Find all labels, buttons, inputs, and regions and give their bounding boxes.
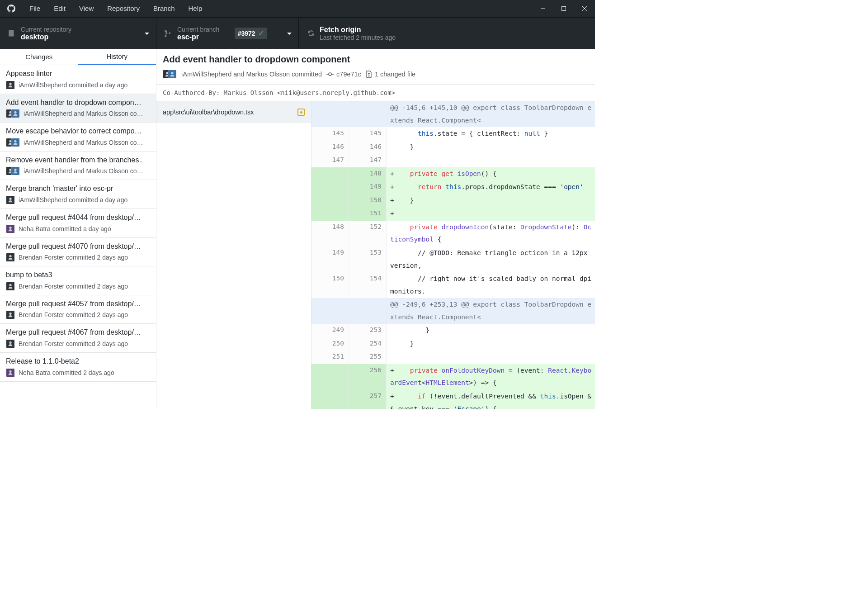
commit-item-meta: iAmWillShepherd and Markus Olsson co… — [24, 139, 143, 146]
commit-item-meta: iAmWillShepherd and Markus Olsson co… — [24, 167, 143, 175]
commit-item-title: Move escape behavior to correct compo… — [6, 126, 150, 136]
commit-byline: iAmWillShepherd and Markus Olsson commit… — [181, 71, 322, 78]
pr-status-badge: #3972 ✓ — [235, 28, 267, 39]
avatar — [11, 166, 20, 175]
commit-item-title: Remove event handler from the branches.. — [6, 155, 150, 165]
branch-name: esc-pr — [177, 33, 219, 41]
file-diff-icon — [366, 71, 372, 78]
chevron-down-icon — [287, 30, 292, 37]
file-status-modified-icon — [297, 109, 305, 116]
diff-view[interactable]: @@ -145,6 +145,10 @@ export class Toolba… — [311, 101, 595, 409]
commit-item-meta: Neha Batra committed 2 days ago — [19, 369, 114, 376]
commit-item-title: Appease linter — [6, 69, 150, 79]
menu-edit[interactable]: Edit — [47, 0, 72, 17]
avatar-stack — [6, 224, 15, 233]
branch-dropdown[interactable]: Current branch esc-pr #3972 ✓ — [156, 18, 299, 49]
commit-item-title: Merge pull request #4057 from desktop/… — [6, 299, 150, 309]
commit-item[interactable]: Release to 1.1.0-beta2Neha Batra committ… — [0, 353, 156, 382]
commit-item[interactable]: Move escape behavior to correct compo…iA… — [0, 123, 156, 152]
window-maximize-button[interactable] — [553, 2, 574, 15]
tab-history[interactable]: History — [78, 49, 156, 65]
avatar-stack — [6, 195, 15, 204]
svg-rect-1 — [562, 7, 566, 11]
changed-files-list: app\src\ui\toolbar\dropdown.tsx — [156, 101, 311, 409]
commit-item-title: Merge pull request #4067 from desktop/… — [6, 327, 150, 337]
diff-line: 148+ private get isOpen() { — [311, 167, 595, 181]
diff-line: 150+ } — [311, 194, 595, 208]
diff-line: 250254 } — [311, 337, 595, 351]
commit-item[interactable]: Merge branch 'master' into esc-priAmWill… — [0, 180, 156, 209]
avatar-stack — [6, 310, 15, 319]
diff-line: 148152 private dropdownIcon(state: Dropd… — [311, 221, 595, 246]
diff-line: 149+ return this.props.dropdownState ===… — [311, 180, 595, 194]
repo-name: desktop — [21, 33, 71, 41]
diff-line: 145145 this.state = { clientRect: null } — [311, 127, 595, 141]
commit-item-meta: iAmWillShepherd committed a day ago — [19, 196, 127, 204]
commit-item-meta: Brendan Forster committed 2 days ago — [19, 283, 128, 290]
tab-changes[interactable]: Changes — [0, 49, 78, 65]
git-branch-icon — [163, 29, 174, 38]
diff-line: 256+ private onFoldoutKeyDown = (event: … — [311, 364, 595, 390]
menu-repository[interactable]: Repository — [100, 0, 146, 17]
commit-item-title: Merge branch 'master' into esc-pr — [6, 184, 150, 194]
commit-item-meta: Neha Batra committed a day ago — [19, 225, 111, 232]
commit-item[interactable]: Merge pull request #4057 from desktop/…B… — [0, 295, 156, 324]
diff-line: 257+ if (!event.defaultPrevented && this… — [311, 390, 595, 409]
commit-item[interactable]: Merge pull request #4070 from desktop/…B… — [0, 238, 156, 267]
commit-item[interactable]: bump to beta3Brendan Forster committed 2… — [0, 266, 156, 295]
diff-line: 251255 — [311, 351, 595, 364]
commit-item[interactable]: Merge pull request #4044 from desktop/…N… — [0, 209, 156, 238]
avatar-stack — [6, 368, 15, 377]
repo-label: Current repository — [21, 26, 71, 33]
commit-list[interactable]: Appease linteriAmWillShepherd committed … — [0, 65, 156, 409]
window-minimize-button[interactable] — [533, 2, 553, 15]
commit-item[interactable]: Merge pull request #4067 from desktop/…B… — [0, 324, 156, 353]
avatar-stack — [6, 109, 20, 118]
menu-help[interactable]: Help — [182, 0, 209, 17]
menu-file[interactable]: File — [23, 0, 47, 17]
branch-label: Current branch — [177, 26, 219, 33]
menu-branch[interactable]: Branch — [146, 0, 182, 17]
commit-item-title: Merge pull request #4044 from desktop/… — [6, 213, 150, 223]
diff-line: 249253 } — [311, 324, 595, 337]
check-icon: ✓ — [258, 29, 264, 38]
avatar — [6, 310, 15, 319]
menu-view[interactable]: View — [72, 0, 100, 17]
diff-line: 149153 // @TODO: Remake triangle octicon… — [311, 246, 595, 272]
avatar — [6, 224, 15, 233]
pr-number: #3972 — [238, 30, 255, 37]
commit-item-meta: iAmWillShepherd committed a day ago — [19, 81, 127, 89]
avatar-stack — [6, 138, 20, 147]
repository-dropdown[interactable]: Current repository desktop — [0, 18, 156, 49]
avatar — [6, 195, 15, 204]
diff-line: 150154 // right now it's scaled badly on… — [311, 272, 595, 298]
window-controls — [533, 2, 595, 15]
changed-files-count: 1 changed file — [366, 71, 415, 78]
changed-file-item[interactable]: app\src\ui\toolbar\dropdown.tsx — [156, 101, 311, 123]
avatar — [11, 138, 20, 147]
avatar-stack — [6, 166, 20, 175]
commit-item-meta: iAmWillShepherd and Markus Olsson co… — [24, 110, 143, 117]
commit-item-title: Release to 1.1.0-beta2 — [6, 356, 150, 366]
diff-line: 146146 } — [311, 141, 595, 154]
commit-item[interactable]: Appease linteriAmWillShepherd committed … — [0, 65, 156, 94]
fetch-button[interactable]: Fetch origin Last fetched 2 minutes ago — [299, 18, 441, 49]
title-bar: FileEditViewRepositoryBranchHelp — [0, 0, 595, 17]
commit-sha: c79e71c — [326, 71, 361, 78]
diff-line: 151+ — [311, 207, 595, 221]
commit-item-title: Add event handler to dropdown compon… — [6, 98, 150, 108]
sync-icon — [305, 29, 316, 37]
commit-item-title: Merge pull request #4070 from desktop/… — [6, 242, 150, 251]
commit-item-meta: Brendan Forster committed 2 days ago — [19, 311, 128, 318]
avatar — [168, 70, 177, 79]
commit-item[interactable]: Remove event handler from the branches..… — [0, 152, 156, 180]
commit-header: Add event handler to dropdown component … — [156, 49, 595, 84]
github-logo-icon — [0, 5, 23, 13]
window-close-button[interactable] — [574, 2, 595, 15]
avatar — [6, 368, 15, 377]
commit-icon — [326, 71, 334, 77]
diff-line: @@ -145,6 +145,10 @@ export class Toolba… — [311, 101, 595, 127]
avatar-stack — [6, 339, 15, 348]
commit-item[interactable]: Add event handler to dropdown compon…iAm… — [0, 94, 156, 123]
commit-item-title: bump to beta3 — [6, 270, 150, 280]
